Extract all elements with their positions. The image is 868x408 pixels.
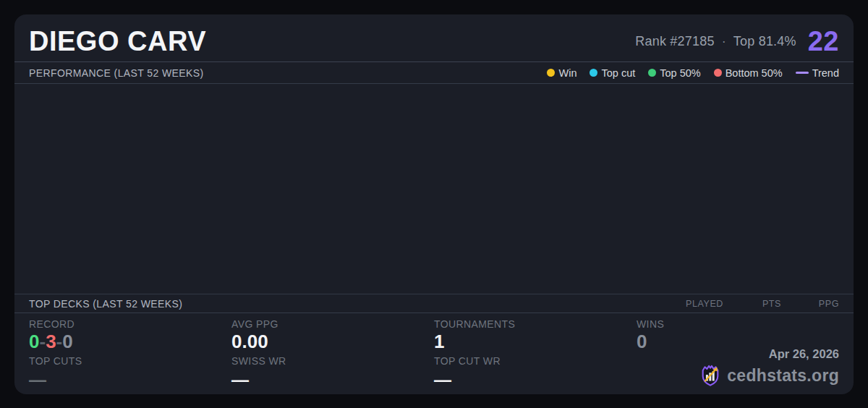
top-decks-header: TOP DECKS (LAST 52 WEEKS) PLAYED PTS PPG: [14, 294, 854, 313]
performance-title: PERFORMANCE (LAST 52 WEEKS): [29, 67, 204, 79]
legend-item-bottom-50: Bottom 50%: [714, 67, 783, 79]
tournaments-label: TOURNAMENTS: [434, 318, 637, 331]
performance-section-header: PERFORMANCE (LAST 52 WEEKS) Win Top cut …: [14, 62, 854, 84]
top-cut-wr-label: TOP CUT WR: [434, 355, 637, 367]
record-draws: 0: [62, 331, 72, 352]
top-percent-label: Top 81.4%: [733, 34, 796, 48]
stat-col-tournaments: TOURNAMENTS 1 TOP CUT WR —: [434, 318, 637, 394]
top-decks-columns: PLAYED PTS PPG: [665, 299, 839, 309]
stat-col-record: RECORD 0-3-0 TOP CUTS —: [29, 318, 231, 394]
date-label: Apr 26, 2026: [699, 347, 839, 361]
column-header-ppg: PPG: [781, 299, 839, 309]
chart-legend: Win Top cut Top 50% Bottom 50% Trend: [547, 67, 839, 79]
avg-ppg-label: AVG PPG: [231, 318, 434, 331]
legend-label: Trend: [812, 67, 839, 79]
legend-item-top-cut: Top cut: [590, 67, 635, 79]
performance-chart: [14, 84, 854, 294]
legend-label: Top 50%: [660, 67, 700, 79]
record-value: 0-3-0: [29, 331, 231, 353]
wins-label: WINS: [637, 318, 839, 331]
legend-label: Bottom 50%: [726, 67, 783, 79]
record-wins: 0: [29, 331, 39, 352]
stat-col-ppg: AVG PPG 0.00 SWISS WR —: [231, 318, 434, 394]
column-header-pts: PTS: [723, 299, 781, 309]
record-label: RECORD: [29, 318, 231, 331]
record-separator: -: [39, 331, 46, 352]
rank-summary: Rank #27185·Top 81.4% 22: [635, 26, 839, 57]
site-name: cedhstats.org: [727, 366, 839, 386]
rank-text: Rank #27185·Top 81.4%: [635, 34, 796, 49]
top-cut-wr-value: —: [434, 369, 637, 391]
top-50-dot-icon: [648, 69, 656, 77]
top-cut-dot-icon: [590, 69, 597, 77]
score-value: 22: [808, 26, 839, 57]
swiss-wr-label: SWISS WR: [231, 355, 434, 367]
stats-summary: RECORD 0-3-0 TOP CUTS — AVG PPG 0.00 SWI…: [14, 313, 854, 394]
top-cuts-value: —: [29, 369, 231, 391]
column-header-played: PLAYED: [665, 299, 723, 309]
swiss-wr-value: —: [231, 369, 434, 391]
legend-item-top-50: Top 50%: [648, 67, 700, 79]
avg-ppg-value: 0.00: [231, 331, 434, 353]
page-title: DIEGO CARV: [29, 26, 206, 57]
top-cuts-label: TOP CUTS: [29, 355, 231, 367]
win-dot-icon: [547, 69, 555, 77]
top-decks-title: TOP DECKS (LAST 52 WEEKS): [29, 298, 182, 310]
legend-item-win: Win: [547, 67, 576, 79]
record-separator: -: [56, 331, 63, 352]
legend-item-trend: Trend: [796, 67, 839, 79]
card-footer: Apr 26, 2026 cedhstats.org: [699, 347, 839, 387]
rank-separator: ·: [722, 34, 726, 48]
legend-label: Top cut: [601, 67, 635, 79]
rank-label: Rank #27185: [635, 34, 714, 48]
player-stats-card: DIEGO CARV Rank #27185·Top 81.4% 22 PERF…: [14, 14, 854, 394]
bottom-50-dot-icon: [714, 69, 722, 77]
card-header: DIEGO CARV Rank #27185·Top 81.4% 22: [14, 14, 854, 62]
legend-label: Win: [558, 67, 576, 79]
record-losses: 3: [46, 331, 56, 352]
trend-line-icon: [796, 72, 809, 74]
cedhstats-shield-logo-icon: [699, 364, 721, 387]
tournaments-value: 1: [434, 331, 637, 353]
brand: cedhstats.org: [699, 364, 839, 387]
